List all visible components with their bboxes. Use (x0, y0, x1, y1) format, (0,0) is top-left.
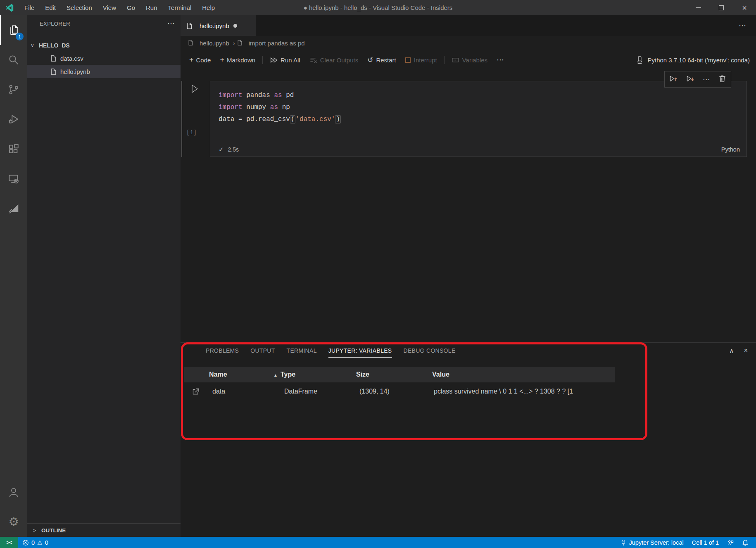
activity-account[interactable] (0, 477, 27, 507)
breadcrumb-symbol[interactable]: import pandas as pd (249, 40, 305, 47)
open-external-icon (191, 387, 200, 396)
ellipsis-icon: ⋯ (497, 55, 504, 64)
breadcrumb: hello.ipynb › import pandas as pd (181, 36, 756, 50)
cell-position-status[interactable]: Cell 1 of 1 (688, 537, 723, 548)
column-header-name[interactable]: Name (207, 371, 273, 378)
toolbar-more-button[interactable]: ⋯ (492, 54, 509, 66)
restart-button[interactable]: ↺ Restart (363, 54, 401, 66)
tab-problems[interactable]: PROBLEMS (206, 347, 239, 357)
add-markdown-cell-button[interactable]: + Markdown (215, 54, 260, 66)
notifications-button[interactable] (738, 537, 753, 548)
cell-language-picker[interactable]: Python (721, 146, 740, 153)
activity-extensions[interactable] (0, 134, 27, 164)
variables-button[interactable]: Variables (447, 54, 492, 66)
account-icon (7, 486, 20, 498)
open-variable-button[interactable] (184, 387, 207, 396)
menu-help[interactable]: Help (197, 0, 220, 15)
run-all-icon (270, 56, 278, 64)
execution-count: [1] (186, 129, 197, 136)
variable-size: (1309, 14) (355, 388, 430, 395)
close-panel-button[interactable]: × (744, 347, 748, 355)
trash-icon (718, 74, 727, 83)
plug-icon (620, 539, 627, 546)
extensions-icon (7, 143, 20, 155)
run-below-button[interactable] (686, 74, 694, 85)
maximize-icon (719, 5, 724, 10)
clear-outputs-button[interactable]: Clear Outputs (305, 54, 363, 66)
activity-explorer[interactable]: 1 (0, 15, 27, 45)
variable-row-data[interactable]: data DataFrame (1309, 14) pclass survive… (184, 382, 615, 401)
jupyter-server-status[interactable]: Jupyter Server: local (616, 537, 688, 548)
file-item-data-csv[interactable]: data.csv (27, 52, 181, 65)
menu-go[interactable]: Go (121, 0, 140, 15)
maximize-button[interactable] (710, 0, 733, 15)
tab-terminal[interactable]: TERMINAL (287, 347, 317, 357)
file-icon (50, 68, 57, 75)
file-icon (188, 40, 194, 47)
code-line: import pandas as pd (219, 90, 746, 102)
modified-dot-icon[interactable] (233, 24, 237, 28)
activity-run-debug[interactable] (0, 104, 27, 134)
activity-remote-explorer[interactable] (0, 164, 27, 194)
status-bar: >< 0 ⚠ 0 Jupyter Server: local Cell 1 of… (0, 537, 756, 548)
gear-icon: ⚙ (8, 516, 19, 528)
code-line: import numpy as np (219, 102, 746, 114)
feedback-button[interactable] (723, 537, 738, 548)
bottom-panel: PROBLEMS OUTPUT TERMINAL JUPYTER: VARIAB… (181, 342, 756, 537)
column-header-value[interactable]: Value (430, 371, 615, 378)
remote-indicator[interactable]: >< (0, 537, 18, 548)
menu-selection[interactable]: Selection (61, 0, 97, 15)
code-line: data = pd.read_csv('data.csv') (219, 114, 746, 126)
chevron-right-icon: > (33, 527, 41, 534)
code-editor[interactable]: import pandas as pd import numpy as np d… (210, 81, 746, 126)
file-label: data.csv (60, 55, 83, 62)
remote-explorer-icon (7, 173, 20, 185)
tab-jupyter-variables[interactable]: JUPYTER: VARIABLES (328, 347, 392, 358)
maximize-panel-button[interactable]: ∧ (729, 347, 734, 355)
feedback-icon (727, 539, 734, 546)
add-code-cell-button[interactable]: + Code (185, 54, 215, 66)
tab-debug-console[interactable]: DEBUG CONSOLE (404, 347, 456, 357)
activity-custom-extension[interactable] (0, 194, 27, 223)
kernel-picker[interactable]: Python 3.7.10 64-bit ('myenv': conda) (635, 56, 756, 64)
interpreter-icon (635, 56, 644, 64)
editor-area: hello.ipynb ⋯ hello.ipynb › import panda… (181, 15, 756, 537)
menu-terminal[interactable]: Terminal (163, 0, 197, 15)
code-cell[interactable]: import pandas as pd import numpy as np d… (210, 81, 747, 157)
interrupt-button[interactable]: Interrupt (401, 54, 442, 66)
explorer-more-actions[interactable]: ⋯ (167, 19, 175, 28)
breadcrumb-file[interactable]: hello.ipynb (200, 40, 229, 47)
warning-count: 0 (45, 539, 48, 546)
remote-icon: >< (6, 539, 12, 546)
outline-section[interactable]: > OUTLINE (27, 523, 181, 537)
cell-more-actions[interactable]: ⋯ (703, 75, 710, 84)
tab-output[interactable]: OUTPUT (250, 347, 275, 357)
tab-bar: hello.ipynb ⋯ (181, 15, 756, 36)
file-icon (237, 40, 243, 47)
close-button[interactable]: × (733, 0, 756, 15)
column-header-type[interactable]: ▲Type (273, 371, 355, 378)
editor-more-actions[interactable]: ⋯ (739, 21, 756, 30)
toolbar-separator (444, 56, 445, 64)
folder-hello-ds[interactable]: ∨ HELLO_DS (27, 39, 181, 52)
tab-hello-ipynb[interactable]: hello.ipynb (181, 15, 256, 36)
menu-file[interactable]: File (19, 0, 40, 15)
activity-search[interactable] (0, 45, 27, 75)
menu-edit[interactable]: Edit (40, 0, 61, 15)
column-header-size[interactable]: Size (355, 371, 430, 378)
file-item-hello-ipynb[interactable]: hello.ipynb (27, 65, 181, 78)
activity-settings[interactable]: ⚙ (0, 507, 27, 537)
delete-cell-button[interactable] (718, 74, 727, 85)
clear-outputs-icon (309, 56, 317, 64)
problems-status[interactable]: 0 ⚠ 0 (18, 537, 52, 548)
run-all-button[interactable]: Run All (265, 54, 305, 66)
activity-source-control[interactable] (0, 75, 27, 104)
minimize-button[interactable] (687, 0, 710, 15)
error-count: 0 (31, 539, 35, 546)
run-cell-button[interactable] (189, 83, 200, 96)
run-above-button[interactable] (669, 74, 678, 85)
file-icon (50, 55, 57, 62)
vscode-window: File Edit Selection View Go Run Terminal… (0, 0, 756, 548)
menu-view[interactable]: View (97, 0, 121, 15)
menu-run[interactable]: Run (140, 0, 163, 15)
